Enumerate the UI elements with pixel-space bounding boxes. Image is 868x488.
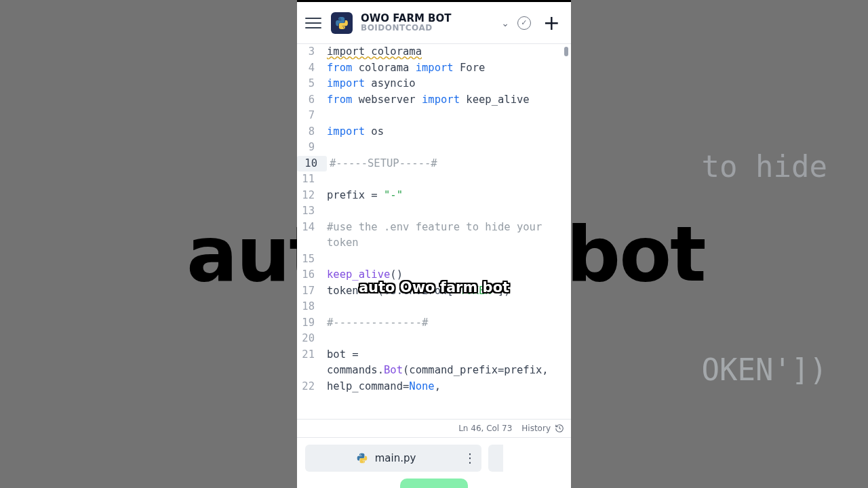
app-panel: OWO FARM BOT BOIDONTCOAD ⌄ + 3import col… xyxy=(297,0,571,488)
code-editor[interactable]: 3import colorama 4from colorama import F… xyxy=(297,44,571,419)
history-icon xyxy=(555,424,564,433)
video-caption: auto Owo farm bot xyxy=(359,279,509,296)
check-badge-icon[interactable] xyxy=(517,16,531,30)
tab-filename: main.py xyxy=(375,452,416,464)
code-line: import colorama xyxy=(327,45,422,58)
cursor-position[interactable]: Ln 46, Col 73 xyxy=(458,424,512,433)
run-button[interactable] xyxy=(400,479,468,488)
scrollbar-thumb[interactable] xyxy=(564,47,568,56)
project-title-block[interactable]: OWO FARM BOT BOIDONTCOAD xyxy=(361,13,493,33)
file-tab[interactable]: main.py ⋮ xyxy=(305,445,481,472)
tab-menu-icon[interactable]: ⋮ xyxy=(464,452,476,464)
next-tab-peek[interactable] xyxy=(488,445,503,472)
project-icon xyxy=(331,12,353,34)
project-owner: BOIDONTCOAD xyxy=(361,24,493,33)
tab-bar: main.py ⋮ xyxy=(297,438,571,479)
python-icon xyxy=(356,452,368,464)
menu-icon[interactable] xyxy=(304,14,323,33)
chevron-down-icon[interactable]: ⌄ xyxy=(501,18,509,28)
project-title: OWO FARM BOT xyxy=(361,13,493,24)
history-button[interactable]: History xyxy=(521,424,564,433)
app-header: OWO FARM BOT BOIDONTCOAD ⌄ + xyxy=(297,2,571,44)
add-button[interactable]: + xyxy=(539,11,564,35)
status-bar: Ln 46, Col 73 History xyxy=(297,419,571,438)
